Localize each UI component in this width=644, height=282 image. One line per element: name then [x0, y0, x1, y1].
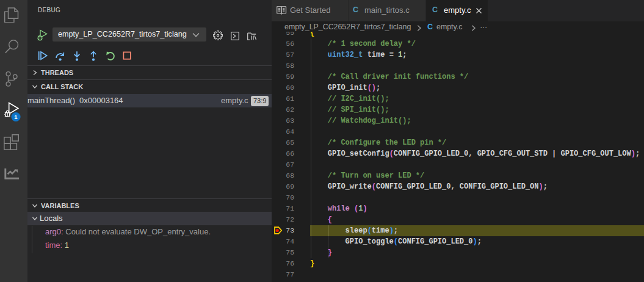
svg-text:1: 1 — [14, 114, 18, 120]
